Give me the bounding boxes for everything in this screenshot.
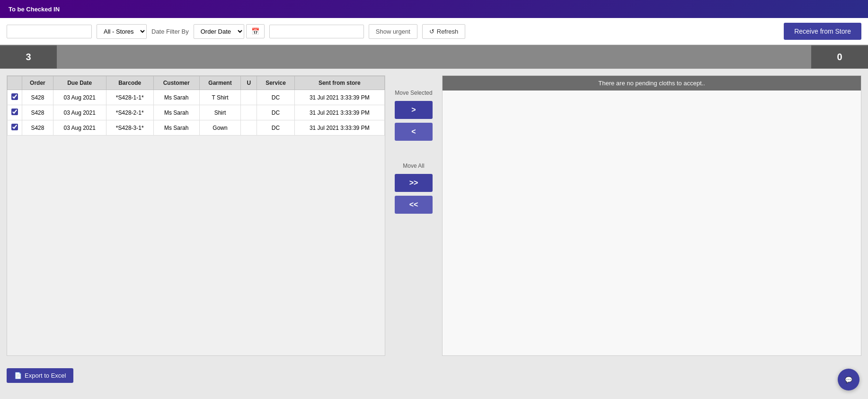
- col-due-date: Due Date: [53, 76, 106, 90]
- row-sent-from-store: 31 Jul 2021 3:33:39 PM: [294, 90, 384, 105]
- row-checkbox[interactable]: [11, 93, 18, 100]
- row-order: S428: [22, 90, 53, 105]
- move-selected-label: Move Selected: [395, 90, 432, 96]
- date-filter-label: Date Filter By: [151, 28, 189, 35]
- table-row: S428 03 Aug 2021 *S428-1-1* Ms Sarah T S…: [8, 90, 385, 105]
- row-garment: Shirt: [199, 105, 241, 120]
- export-to-excel-button[interactable]: 📄 Export to Excel: [7, 368, 73, 383]
- row-checkbox-cell[interactable]: [8, 105, 22, 120]
- left-panel: Order Due Date Barcode Customer Garment …: [7, 75, 385, 356]
- row-u: [241, 105, 257, 120]
- table-scroll-container[interactable]: Order Due Date Barcode Customer Garment …: [7, 76, 385, 284]
- row-barcode: *S428-1-1*: [106, 90, 153, 105]
- row-service: DC: [257, 120, 294, 136]
- show-urgent-button[interactable]: Show urgent: [369, 24, 417, 39]
- row-service: DC: [257, 105, 294, 120]
- col-service: Service: [257, 76, 294, 90]
- row-customer: Ms Sarah: [153, 120, 199, 136]
- table-body: S428 03 Aug 2021 *S428-1-1* Ms Sarah T S…: [8, 90, 385, 136]
- col-order: Order: [22, 76, 53, 90]
- left-counter: 3: [0, 46, 57, 68]
- row-garment: Gown: [199, 120, 241, 136]
- row-sent-from-store: 31 Jul 2021 3:33:39 PM: [294, 105, 384, 120]
- receive-from-store-button[interactable]: Receive from Store: [784, 23, 861, 40]
- calendar-icon-button[interactable]: 📅: [246, 24, 265, 38]
- chat-icon: 💬: [845, 376, 852, 383]
- row-checkbox[interactable]: [11, 124, 18, 130]
- middle-panel: Move Selected > < Move All >> <<: [385, 75, 442, 356]
- export-label: Export to Excel: [25, 372, 66, 379]
- row-u: [241, 90, 257, 105]
- row-service: DC: [257, 90, 294, 105]
- row-barcode: *S428-3-1*: [106, 120, 153, 136]
- col-sent-from-store: Sent from store: [294, 76, 384, 90]
- row-sent-from-store: 31 Jul 2021 3:33:39 PM: [294, 120, 384, 136]
- refresh-button[interactable]: ↺ Refresh: [422, 24, 466, 39]
- order-date-select[interactable]: Order Date: [194, 24, 244, 39]
- move-left-button[interactable]: <: [395, 123, 433, 141]
- toolbar: s428 All - StoresStore 1Store 2 Date Fil…: [0, 18, 868, 45]
- col-barcode: Barcode: [106, 76, 153, 90]
- orders-table: Order Due Date Barcode Customer Garment …: [7, 76, 385, 136]
- row-due-date: 03 Aug 2021: [53, 90, 106, 105]
- refresh-icon: ↺: [429, 28, 434, 35]
- col-checkbox: [8, 76, 22, 90]
- col-u: U: [241, 76, 257, 90]
- chat-bubble-button[interactable]: 💬: [838, 369, 859, 390]
- move-all-label: Move All: [403, 163, 424, 169]
- store-select[interactable]: All - StoresStore 1Store 2: [97, 24, 147, 39]
- row-order: S428: [22, 105, 53, 120]
- refresh-label: Refresh: [437, 28, 459, 35]
- row-due-date: 03 Aug 2021: [53, 105, 106, 120]
- page-title: To be Checked IN: [9, 6, 60, 13]
- row-u: [241, 120, 257, 136]
- footer-bar: 📄 Export to Excel: [0, 363, 868, 389]
- row-customer: Ms Sarah: [153, 90, 199, 105]
- row-checkbox[interactable]: [11, 109, 18, 115]
- right-panel-header: There are no pending cloths to accept..: [443, 76, 861, 91]
- counter-middle: [57, 45, 811, 69]
- search-input[interactable]: s428: [7, 25, 92, 38]
- table-row: S428 03 Aug 2021 *S428-3-1* Ms Sarah Gow…: [8, 120, 385, 136]
- row-checkbox-cell[interactable]: [8, 90, 22, 105]
- table-header: Order Due Date Barcode Customer Garment …: [8, 76, 385, 90]
- right-counter: 0: [811, 46, 868, 68]
- move-all-right-button[interactable]: >>: [395, 174, 433, 192]
- row-barcode: *S428-2-1*: [106, 105, 153, 120]
- table-row: S428 03 Aug 2021 *S428-2-1* Ms Sarah Shi…: [8, 105, 385, 120]
- counter-bar: 3 0: [0, 45, 868, 69]
- row-due-date: 03 Aug 2021: [53, 120, 106, 136]
- move-right-button[interactable]: >: [395, 101, 433, 119]
- row-customer: Ms Sarah: [153, 105, 199, 120]
- export-icon: 📄: [14, 372, 22, 379]
- title-bar: To be Checked IN: [0, 0, 868, 18]
- right-panel: There are no pending cloths to accept..: [442, 75, 861, 356]
- row-order: S428: [22, 120, 53, 136]
- row-garment: T Shirt: [199, 90, 241, 105]
- col-garment: Garment: [199, 76, 241, 90]
- move-all-left-button[interactable]: <<: [395, 196, 433, 214]
- order-date-wrapper: Order Date 📅: [194, 24, 265, 39]
- date-input[interactable]: [269, 25, 364, 38]
- main-content: Order Due Date Barcode Customer Garment …: [0, 69, 868, 363]
- right-panel-body: [443, 91, 861, 355]
- col-customer: Customer: [153, 76, 199, 90]
- row-checkbox-cell[interactable]: [8, 120, 22, 136]
